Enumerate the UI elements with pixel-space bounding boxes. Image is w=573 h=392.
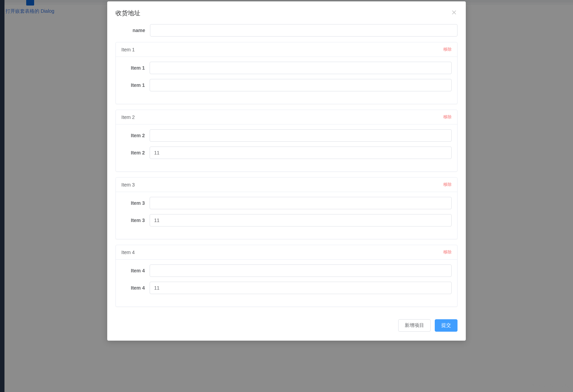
address-dialog: 收货地址 name Item 1移除Item 1Item 1Item 2移除It… [107, 1, 466, 341]
item-row-label: Item 3 [121, 218, 150, 223]
dialog-footer: 新增项目 提交 [107, 314, 466, 341]
item-row-label: Item 1 [121, 65, 150, 71]
dialog-title: 收货地址 [115, 10, 140, 17]
card-header: Item 3移除 [116, 178, 457, 192]
item-row: Item 1 [121, 62, 452, 74]
add-item-button[interactable]: 新增项目 [398, 319, 431, 332]
remove-button[interactable]: 移除 [443, 114, 452, 120]
card-body: Item 1Item 1 [116, 57, 457, 104]
card-title: Item 4 [121, 250, 135, 255]
card-body: Item 4Item 4 [116, 260, 457, 306]
item-input[interactable] [150, 282, 452, 294]
item-input[interactable] [150, 147, 452, 159]
item-row-label: Item 2 [121, 133, 150, 138]
dialog-header: 收货地址 [107, 1, 466, 21]
remove-button[interactable]: 移除 [443, 249, 452, 255]
card-body: Item 2Item 2 [116, 124, 457, 171]
name-input[interactable] [150, 24, 458, 37]
remove-button[interactable]: 移除 [443, 182, 452, 188]
watermark: CSDN @惜晨宝贝 [527, 383, 570, 389]
item-row-label: Item 3 [121, 200, 150, 206]
item-row-label: Item 4 [121, 285, 150, 291]
item-row: Item 3 [121, 197, 452, 209]
item-input[interactable] [150, 264, 452, 277]
item-input[interactable] [150, 62, 452, 74]
modal-overlay[interactable]: 收货地址 name Item 1移除Item 1Item 1Item 2移除It… [0, 0, 573, 392]
item-row: Item 4 [121, 282, 452, 294]
name-row: name [115, 24, 458, 37]
card-title: Item 2 [121, 114, 135, 120]
card-title: Item 1 [121, 47, 135, 52]
card-header: Item 2移除 [116, 110, 457, 124]
item-input[interactable] [150, 129, 452, 142]
item-row: Item 2 [121, 147, 452, 159]
item-row: Item 2 [121, 129, 452, 142]
cards-container: Item 1移除Item 1Item 1Item 2移除Item 2Item 2… [115, 42, 458, 307]
item-card: Item 3移除Item 3Item 3 [115, 177, 458, 239]
dialog-body: name Item 1移除Item 1Item 1Item 2移除Item 2I… [107, 21, 466, 314]
item-row-label: Item 2 [121, 150, 150, 155]
item-input[interactable] [150, 214, 452, 227]
item-card: Item 1移除Item 1Item 1 [115, 42, 458, 104]
card-header: Item 4移除 [116, 245, 457, 260]
item-input[interactable] [150, 79, 452, 91]
card-title: Item 3 [121, 182, 135, 188]
card-body: Item 3Item 3 [116, 192, 457, 239]
card-header: Item 1移除 [116, 42, 457, 57]
submit-button[interactable]: 提交 [435, 319, 458, 332]
item-card: Item 4移除Item 4Item 4 [115, 245, 458, 307]
close-icon[interactable] [451, 9, 458, 16]
item-row: Item 4 [121, 264, 452, 277]
name-label: name [115, 28, 150, 33]
item-row: Item 1 [121, 79, 452, 91]
item-row-label: Item 4 [121, 268, 150, 273]
remove-button[interactable]: 移除 [443, 47, 452, 52]
item-row-label: Item 1 [121, 82, 150, 88]
item-row: Item 3 [121, 214, 452, 227]
item-card: Item 2移除Item 2Item 2 [115, 110, 458, 172]
item-input[interactable] [150, 197, 452, 209]
